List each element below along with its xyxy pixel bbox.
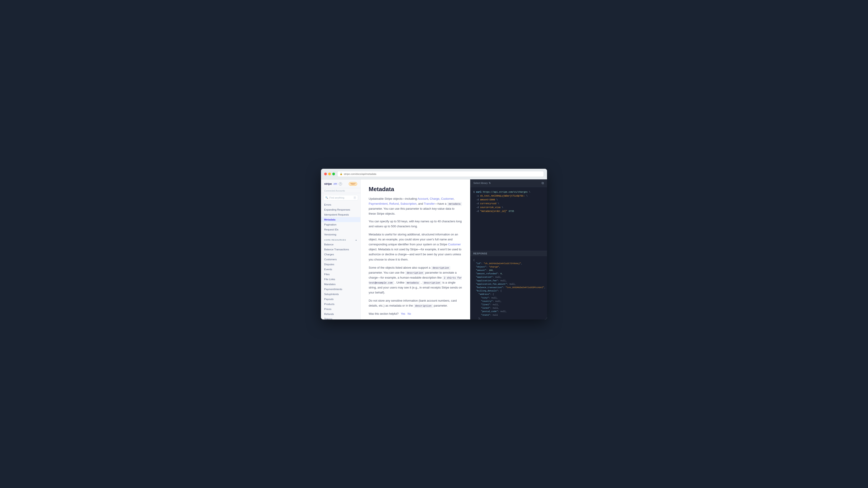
- para3: Some of the objects listed above also su…: [369, 265, 462, 295]
- page-title: Metadata: [369, 186, 462, 193]
- address-bar[interactable]: 🔒 stripe.com/docs/api/metadata: [337, 171, 544, 177]
- help-icon[interactable]: ?: [339, 182, 342, 186]
- sidebar-item-products[interactable]: Products: [321, 302, 360, 306]
- helpful-label: Was this section helpful?: [369, 312, 399, 315]
- link-refund[interactable]: Refund: [389, 202, 399, 205]
- resp-postal-code: "postal_code": null,: [473, 310, 544, 313]
- resp-id: "id": "ch_1HIFGXZeZvKYlo2C7IYXk4sj",: [473, 262, 544, 265]
- response-panel: RESPONSE { "id": "ch_1HIFGXZeZvKYlo2C7IY…: [470, 251, 547, 320]
- address-text: stripe.com/docs/api/metadata: [344, 173, 376, 175]
- app-layout: stripe API ? TEST Connected Accounts 🔍 F…: [321, 180, 547, 320]
- curl-line-3: -d amount=2000 \: [473, 198, 544, 202]
- mode-label: TEST: [350, 183, 355, 185]
- sidebar-item-file-links[interactable]: File Links: [321, 277, 360, 282]
- curl-line-1: $ curl https://api.stripe.com/v1/charges…: [473, 190, 544, 194]
- curl-line-2: -u sk_test_4eC39HqLyjWDarjtT1zdp7dc: \: [473, 194, 544, 198]
- search-bar[interactable]: 🔍 Find anything /: [323, 195, 358, 200]
- para4: Do not store any sensitive information (…: [369, 298, 462, 308]
- search-shortcut: /: [353, 196, 356, 199]
- select-library-label[interactable]: Select library ⇅: [473, 182, 491, 185]
- select-library-text: Select library: [473, 182, 488, 184]
- sidebar-item-mandates[interactable]: Mandates: [321, 282, 360, 287]
- sidebar-item-payouts[interactable]: Payouts: [321, 297, 360, 302]
- para2: Metadata is useful for storing additiona…: [369, 232, 462, 262]
- dropdown-icon: ⇅: [489, 182, 491, 185]
- resp-state: "state": null: [473, 313, 544, 317]
- connected-accounts-label: Connected Accounts: [321, 188, 360, 193]
- search-icon: 🔍: [325, 196, 328, 199]
- sidebar-item-disputes[interactable]: Disputes: [321, 262, 360, 267]
- sidebar-item-metadata[interactable]: Metadata: [321, 217, 360, 222]
- sidebar-item-paymentintents[interactable]: PaymentIntents: [321, 287, 360, 292]
- dot-red[interactable]: [324, 173, 327, 175]
- resp-amount-refunded: "amount_refunded": 0,: [473, 272, 544, 275]
- code-panel: Select library ⇅ ⧉ $ curl https://api.st…: [470, 180, 547, 320]
- response-header: RESPONSE: [470, 251, 547, 256]
- metadata-code2: metadata: [405, 281, 420, 285]
- main-content: Metadata Updateable Stripe objects—inclu…: [361, 180, 470, 320]
- helpful-no-button[interactable]: No: [408, 312, 411, 315]
- browser-dots: [324, 173, 335, 175]
- link-charge[interactable]: Charge: [430, 197, 439, 200]
- stripe-logo: stripe API ?: [324, 182, 342, 186]
- sidebar-item-refunds[interactable]: Refunds: [321, 312, 360, 317]
- intro-paragraph: Updateable Stripe objects—including Acco…: [369, 196, 462, 216]
- copy-icon[interactable]: ⧉: [541, 181, 544, 185]
- resp-country: "country": null,: [473, 300, 544, 303]
- api-badge: API: [333, 183, 338, 185]
- link-payment-intent[interactable]: PaymentIntent: [369, 202, 388, 205]
- link-transfer[interactable]: Transfer: [424, 202, 435, 205]
- sidebar-header: stripe API ? TEST: [321, 180, 360, 188]
- sidebar-item-prices[interactable]: Prices: [321, 306, 360, 312]
- sidebar-item-expanding-responses[interactable]: Expanding Responses: [321, 207, 360, 212]
- code-panel-header: Select library ⇅ ⧉: [470, 180, 547, 187]
- curl-line-6: -d "metadata[order_id]"=6735: [473, 209, 544, 213]
- chevron-icon: ▲: [355, 239, 357, 241]
- description-code4: description: [414, 304, 433, 308]
- resp-application-fee-amount: "application_fee_amount": null,: [473, 283, 544, 286]
- sidebar-item-charges[interactable]: Charges: [321, 252, 360, 257]
- helpful-bar: Was this section helpful? Yes No: [369, 312, 462, 315]
- helpful-yes-button[interactable]: Yes: [401, 312, 405, 315]
- resp-billing-details: "billing_details": {: [473, 289, 544, 293]
- sidebar-item-pagination[interactable]: Pagination: [321, 222, 360, 227]
- sidebar-item-events[interactable]: Events: [321, 267, 360, 272]
- description-code2: description: [405, 271, 425, 275]
- dot-yellow[interactable]: [328, 173, 331, 175]
- dot-green[interactable]: [332, 173, 335, 175]
- link-customer[interactable]: Customer: [441, 197, 454, 200]
- stripe-wordmark: stripe: [324, 182, 332, 186]
- sidebar-item-idempotent-requests[interactable]: Idempotent Requests: [321, 212, 360, 217]
- browser-chrome: 🔒 stripe.com/docs/api/metadata: [321, 169, 547, 180]
- sidebar-item-tokens[interactable]: Tokens: [321, 317, 360, 320]
- code-block: $ curl https://api.stripe.com/v1/charges…: [470, 187, 547, 251]
- resp-balance-transaction: "balance_transaction": "txn_1032HUZeZvKY…: [473, 286, 544, 289]
- resp-brace-open: {: [473, 258, 544, 262]
- resp-address-close: },: [473, 317, 544, 320]
- resp-line2: "line2": null,: [473, 306, 544, 310]
- resp-amount: "amount": 100,: [473, 269, 544, 272]
- resp-line1: "line1": null,: [473, 303, 544, 306]
- browser-window: 🔒 stripe.com/docs/api/metadata stripe AP…: [321, 169, 547, 320]
- mode-toggle[interactable]: TEST: [349, 182, 357, 186]
- response-code: { "id": "ch_1HIFGXZeZvKYlo2C7IYXk4sj", "…: [470, 256, 547, 320]
- sidebar-item-balance-transactions[interactable]: Balance Transactions: [321, 247, 360, 252]
- sidebar-item-balance[interactable]: Balance: [321, 242, 360, 247]
- link-account[interactable]: Account: [417, 197, 428, 200]
- description-code1: description: [431, 266, 451, 270]
- para1: You can specify up to 50 keys, with key …: [369, 219, 462, 229]
- sidebar-item-versioning[interactable]: Versioning: [321, 232, 360, 237]
- link-customer-inline[interactable]: Customer: [448, 242, 461, 246]
- search-placeholder: Find anything: [329, 196, 352, 199]
- sidebar-item-customers[interactable]: Customers: [321, 257, 360, 262]
- sidebar-item-setupintents[interactable]: SetupIntents: [321, 292, 360, 297]
- core-resources: BalanceBalance TransactionsChargesCustom…: [321, 242, 360, 320]
- link-subscription[interactable]: Subscription: [400, 202, 416, 205]
- sidebar-item-errors[interactable]: Errors: [321, 202, 360, 207]
- sidebar-item-files[interactable]: Files: [321, 272, 360, 277]
- sidebar-item-request-ids[interactable]: Request IDs: [321, 227, 360, 232]
- resp-city: "city": null,: [473, 296, 544, 300]
- resp-object: "object": "charge",: [473, 265, 544, 269]
- lock-icon: 🔒: [340, 173, 342, 175]
- nav-items: ErrorsExpanding ResponsesIdempotent Requ…: [321, 202, 360, 237]
